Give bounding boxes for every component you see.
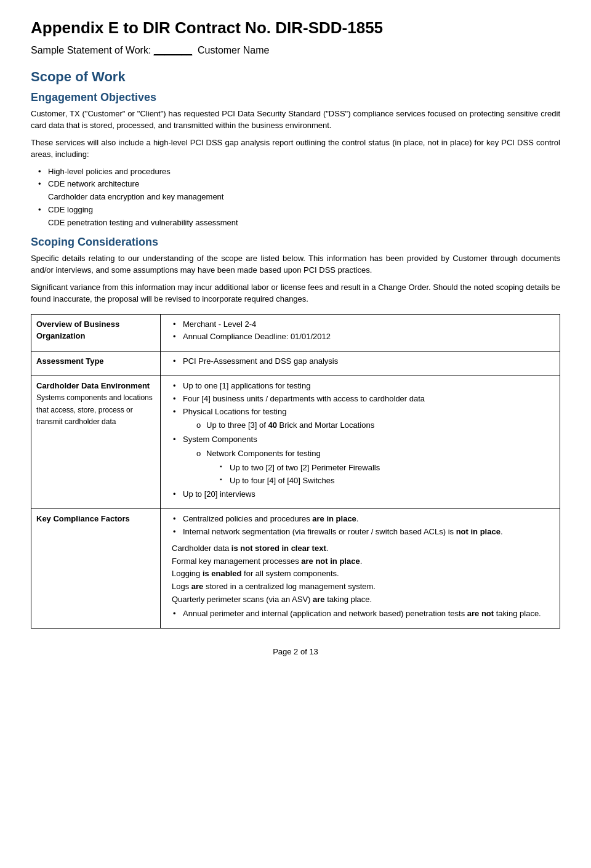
list-item: CDE loggingCDE penetration testing and v… [37,204,560,230]
row-title: Overview of Business Organization [36,319,119,341]
page: Appendix E to DIR Contract No. DIR-SDD-1… [0,0,591,868]
subtitle-line: Sample Statement of Work: _______ Custom… [31,44,560,57]
compliance-text: Logging is enabled for all system compon… [166,568,555,581]
compliance-text: Cardholder data is not stored in clear t… [166,542,555,555]
list-item: PCI Pre-Assessment and DSS gap analysis [172,355,555,368]
main-title: Appendix E to DIR Contract No. DIR-SDD-1… [31,18,560,38]
row-title: Assessment Type [36,356,104,366]
subtitle-customer: Customer Name [198,45,269,55]
table-row: Key Compliance Factors Centralized polic… [31,509,560,628]
compliance-text: Formal key management processes are not … [166,555,555,568]
row-content-assessment: PCI Pre-Assessment and DSS gap analysis [161,352,560,376]
list-item: Annual perimeter and internal (applicati… [172,608,555,621]
list-item: Centralized policies and procedures are … [172,513,555,526]
compliance-text: Quarterly perimeter scans (via an ASV) a… [166,593,555,606]
list-item: Physical Locations for testing Up to thr… [172,406,555,433]
row-label-overview: Overview of Business Organization [31,314,161,352]
compliance-text: Logs are stored in a centralized log man… [166,581,555,593]
subtitle-label: Sample Statement of Work: [31,45,151,55]
scoping-text2: Significant variance from this informati… [31,281,560,305]
row-sublabel: Systems components and locations that ac… [36,393,153,426]
table-row: Assessment Type PCI Pre-Assessment and D… [31,352,560,376]
engagement-bullet-list: High-level policies and procedures CDE n… [31,166,560,230]
page-footer: Page 2 of 13 [31,647,560,656]
scoping-heading: Scoping Considerations [31,236,560,249]
list-item: Annual Compliance Deadline: 01/01/2012 [172,331,555,344]
scoping-text1: Specific details relating to our underst… [31,252,560,276]
list-item: Network Components for testing Up to two… [195,448,555,487]
row-content-overview: Merchant - Level 2-4 Annual Compliance D… [161,314,560,352]
list-item: Merchant - Level 2-4 [172,318,555,331]
table-row: Overview of Business Organization Mercha… [31,314,560,352]
list-item: Up to [20] interviews [172,488,555,501]
table-row: Cardholder Data Environment Systems comp… [31,376,560,508]
row-title: Cardholder Data Environment [36,381,150,390]
row-content-cde: Up to one [1] applications for testing F… [161,376,560,508]
row-label-compliance: Key Compliance Factors [31,509,161,628]
subtitle-field: _______ [154,45,192,55]
row-label-cde: Cardholder Data Environment Systems comp… [31,376,161,508]
engagement-heading: Engagement Objectives [31,91,560,104]
scoping-table: Overview of Business Organization Mercha… [31,314,560,629]
list-item: Up to four [4] of [40] Switches [219,475,555,488]
list-item: Up to three [3] of 40 Brick and Mortar L… [195,419,555,432]
list-item: Up to two [2] of two [2] Perimeter Firew… [219,462,555,475]
footer-text: Page 2 of 13 [273,647,318,656]
row-title: Key Compliance Factors [36,514,130,523]
engagement-text1: Customer, TX ("Customer" or "Client") ha… [31,108,560,132]
list-item: CDE network architectureCardholder data … [37,178,560,204]
list-item: Up to one [1] applications for testing [172,380,555,393]
list-item: Four [4] business units / departments wi… [172,393,555,406]
row-content-compliance: Centralized policies and procedures are … [161,509,560,628]
list-item: Internal network segmentation (via firew… [172,526,555,539]
list-item: System Components Network Components for… [172,433,555,487]
engagement-text2: These services will also include a high-… [31,137,560,161]
list-item: High-level policies and procedures [37,166,560,179]
row-label-assessment: Assessment Type [31,352,161,376]
scope-heading: Scope of Work [31,69,560,85]
